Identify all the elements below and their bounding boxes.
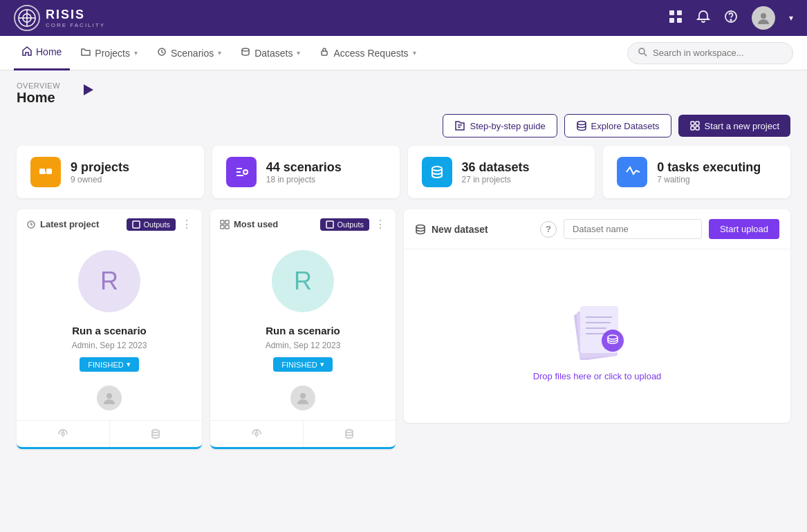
latest-project-meta: Admin, Sep 12 2023 [17, 339, 202, 357]
projects-caret-icon: ▾ [134, 49, 138, 57]
latest-card-controls: Outputs ⋮ [127, 218, 192, 231]
stat-projects-icon [30, 157, 61, 187]
stat-projects-info: 9 projects 9 owned [71, 160, 129, 184]
latest-outputs-badge[interactable]: Outputs [127, 218, 176, 231]
breadcrumb: OVERVIEW Home [0, 70, 77, 108]
svg-point-40 [416, 225, 425, 228]
nav-home[interactable]: Home [14, 36, 70, 70]
latest-project-card: Latest project Outputs ⋮ R Run a scenari… [17, 209, 202, 449]
datasets-icon [241, 47, 250, 59]
latest-project-name: Run a scenario [17, 319, 202, 339]
svg-rect-34 [221, 225, 224, 229]
user-avatar[interactable] [752, 6, 775, 30]
svg-point-17 [577, 122, 586, 125]
scenarios-icon [157, 47, 167, 59]
svg-rect-18 [691, 122, 694, 125]
explore-datasets-button[interactable]: Explore Datasets [564, 114, 671, 137]
logo-subtitle: CORE FACILITY [46, 22, 105, 28]
logo-text-group: RISIS CORE FACILITY [46, 8, 105, 28]
most-status-badge[interactable]: FINISHED ▾ [273, 357, 332, 372]
nav-access[interactable]: Access Requests ▾ [311, 36, 424, 70]
stat-datasets-icon [422, 157, 452, 187]
drop-zone[interactable]: Drop files here or click to upload [404, 249, 790, 423]
stat-scenarios-info: 44 scenarios 18 in projects [266, 160, 342, 184]
stat-tasks[interactable]: 0 tasks executing 7 waiting [603, 146, 790, 198]
play-button[interactable] [84, 84, 93, 95]
most-card-menu[interactable]: ⋮ [375, 218, 386, 231]
nav-scenarios[interactable]: Scenarios ▾ [149, 36, 230, 70]
search-box[interactable] [627, 42, 793, 64]
stats-row: 9 projects 9 owned 44 scenarios 18 in pr… [0, 146, 807, 209]
start-upload-button[interactable]: Start upload [709, 219, 779, 239]
nav-datasets[interactable]: Datasets ▾ [232, 36, 308, 70]
latest-status-wrap: FINISHED ▾ [17, 357, 202, 380]
latest-label: Latest project [26, 219, 99, 229]
most-used-label: Most used [220, 219, 278, 229]
stat-scenarios-icon [226, 157, 257, 187]
upload-illustration [556, 291, 639, 360]
stat-scenarios[interactable]: 44 scenarios 18 in projects [212, 146, 400, 198]
svg-rect-7 [677, 18, 682, 23]
svg-rect-20 [691, 126, 694, 130]
svg-rect-28 [133, 221, 140, 228]
home-icon [22, 46, 32, 58]
latest-scenarios-btn[interactable] [17, 421, 110, 447]
top-navigation: RISIS CORE FACILITY [0, 0, 807, 36]
stat-projects[interactable]: 9 projects 9 owned [17, 146, 204, 198]
start-project-button[interactable]: Start a new project [678, 115, 790, 137]
nav-projects[interactable]: Projects ▾ [73, 36, 146, 70]
bell-icon[interactable] [696, 10, 710, 27]
stat-tasks-icon [617, 157, 647, 187]
most-project-meta: Admin, Sep 12 2023 [210, 339, 396, 357]
latest-avatar-wrap: R [17, 236, 202, 319]
folder-icon [81, 47, 91, 59]
svg-point-31 [152, 430, 159, 433]
most-card-controls: Outputs ⋮ [320, 218, 386, 231]
most-outputs-badge[interactable]: Outputs [320, 218, 369, 231]
svg-point-49 [602, 330, 624, 352]
dataset-help-btn[interactable]: ? [540, 221, 557, 238]
dataset-name-input[interactable] [564, 219, 702, 239]
help-icon[interactable] [724, 10, 738, 27]
most-scenarios-btn[interactable] [210, 421, 304, 447]
scenarios-caret-icon: ▾ [218, 49, 221, 57]
svg-rect-35 [225, 225, 229, 229]
svg-rect-4 [669, 10, 674, 15]
svg-rect-23 [46, 169, 52, 174]
card-header-latest: Latest project Outputs ⋮ [17, 209, 202, 236]
latest-project-avatar: R [78, 250, 140, 312]
guide-button[interactable]: Step-by-step guide [443, 114, 557, 137]
stat-datasets-info: 36 datasets 27 in projects [462, 160, 530, 184]
latest-card-footer [17, 420, 202, 447]
search-input[interactable] [653, 48, 783, 58]
user-menu-caret[interactable]: ▾ [789, 13, 793, 23]
search-icon [638, 47, 647, 59]
stat-tasks-info: 0 tasks executing 7 waiting [657, 160, 761, 184]
svg-point-14 [639, 48, 644, 54]
latest-user-avatar [97, 386, 122, 410]
most-status-wrap: FINISHED ▾ [210, 357, 396, 380]
most-datasets-btn[interactable] [304, 421, 396, 447]
latest-datasets-btn[interactable] [110, 421, 203, 447]
dataset-controls: ? Start upload [540, 219, 779, 239]
most-status-caret: ▾ [320, 360, 324, 369]
svg-rect-5 [677, 10, 682, 15]
datasets-caret-icon: ▾ [297, 49, 300, 57]
most-project-avatar: R [272, 250, 334, 312]
svg-point-39 [346, 430, 353, 433]
svg-point-26 [432, 167, 442, 171]
sub-navigation: Home Projects ▾ Scenarios ▾ Datasets ▾ [0, 36, 807, 70]
latest-card-menu[interactable]: ⋮ [181, 218, 192, 231]
dataset-header: New dataset ? Start upload [404, 209, 790, 249]
most-project-name: Run a scenario [210, 319, 396, 339]
svg-point-38 [255, 433, 258, 435]
new-dataset-panel: New dataset ? Start upload [404, 209, 790, 423]
grid-icon[interactable] [669, 10, 683, 27]
svg-rect-32 [221, 220, 224, 224]
breadcrumb-row: OVERVIEW Home [0, 70, 807, 108]
most-avatar-wrap: R [210, 236, 396, 319]
latest-status-badge[interactable]: FINISHED ▾ [80, 357, 138, 372]
stat-datasets[interactable]: 36 datasets 27 in projects [408, 146, 595, 198]
most-user-avatar [290, 386, 315, 410]
logo-name: RISIS [46, 8, 85, 21]
